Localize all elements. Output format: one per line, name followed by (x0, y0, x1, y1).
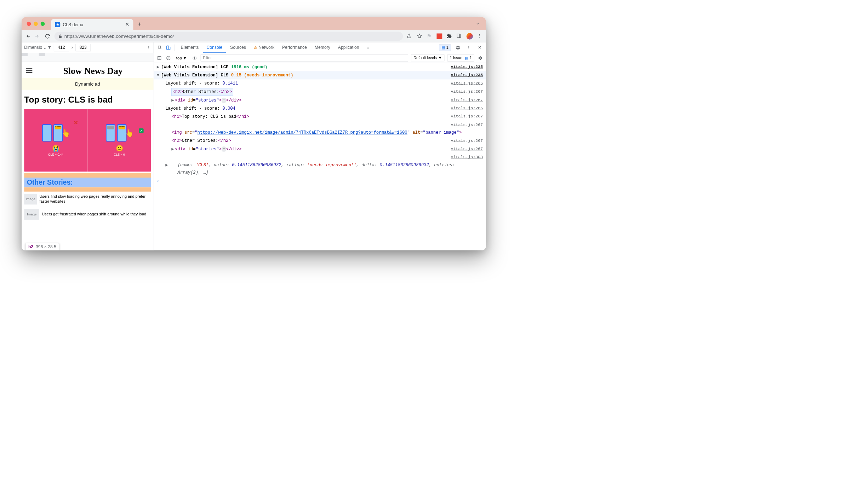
svg-point-6 (479, 34, 480, 35)
console-sidebar-toggle-icon[interactable] (156, 55, 162, 61)
profile-avatar[interactable] (467, 33, 473, 39)
devtools-issues-badge[interactable]: ▤ 1 (439, 44, 451, 51)
device-menu-button[interactable] (147, 45, 151, 50)
new-tab-button[interactable]: ＋ (137, 20, 143, 28)
issue-icon: ▤ (465, 56, 468, 60)
chat-icon: ▤ (441, 45, 445, 50)
log-source-link[interactable]: vitals.js:267 (451, 88, 483, 96)
expand-arrow-icon[interactable]: ▶ (157, 162, 165, 176)
console-log-row[interactable]: <h1>Top story: CLS is bad</h1>vitals.js:… (154, 112, 486, 121)
lock-icon (58, 34, 62, 38)
log-source-link[interactable]: vitals.js:235 (451, 63, 483, 71)
tab-elements[interactable]: Elements (177, 42, 202, 53)
story-item[interactable]: Image Users get frustrated when pages sh… (22, 207, 154, 222)
console-log-row[interactable]: <h2>Other Stories:</h2>vitals.js:267 (154, 137, 486, 145)
story-text: Users get frustrated when pages shift ar… (42, 212, 146, 217)
tabs-overflow[interactable]: » (364, 42, 373, 53)
console-settings-icon[interactable] (477, 55, 483, 61)
back-button[interactable] (25, 33, 31, 39)
svg-point-17 (468, 48, 469, 49)
log-source-link[interactable]: vitals.js:308 (451, 154, 483, 161)
devtools-settings-icon[interactable] (454, 44, 462, 51)
devtools-close-icon[interactable]: ✕ (476, 44, 483, 51)
console-toolbar: top ▼ Default levels ▼ 1 Issue: ▤ 1 (154, 53, 486, 63)
clear-console-icon[interactable] (165, 55, 171, 61)
tab-network[interactable]: Network (250, 42, 278, 53)
console-context-dropdown[interactable]: top ▼ (175, 55, 189, 61)
device-height-input[interactable] (75, 44, 91, 51)
console-log-row[interactable]: ▶<div id="stories">⋯</div>vitals.js:267 (154, 96, 486, 104)
browser-menu-icon[interactable] (477, 33, 483, 39)
console-output: ▶[Web Vitals Extension] LCP 1816 ms (goo… (154, 63, 486, 250)
minimize-window-button[interactable] (34, 22, 38, 26)
issues-summary[interactable]: 1 Issue: ▤ 1 (447, 54, 474, 62)
extension-red-icon[interactable] (436, 33, 442, 39)
window-controls (27, 22, 45, 26)
close-window-button[interactable] (27, 22, 31, 26)
console-prompt[interactable]: › (154, 177, 486, 186)
devtools-panel: Elements Console Sources Network Perform… (154, 42, 486, 250)
tab-application[interactable]: Application (335, 42, 362, 53)
tab-close-button[interactable]: ✕ (125, 22, 129, 28)
story-item[interactable]: Image Users find slow-loading web pages … (22, 192, 154, 207)
device-toggle-icon[interactable] (165, 44, 172, 51)
console-log-row[interactable]: <h2>Other Stories:</h2>vitals.js:267 (154, 88, 486, 96)
banner-image: Banner 👆 ✕ 😭 CLS = 0.44 Banner (24, 109, 151, 172)
console-log-row[interactable]: ▶[Web Vitals Extension] LCP 1816 ms (goo… (154, 63, 486, 71)
url-field[interactable]: https://www.tunetheweb.com/experiments/c… (55, 31, 403, 41)
element-inspect-tooltip: h2 396 × 28.5 (25, 243, 59, 250)
expand-arrow-icon[interactable]: ▶ (157, 63, 161, 71)
log-source-link[interactable]: vitals.js:267 (451, 121, 483, 128)
side-panel-icon[interactable] (457, 33, 462, 39)
flag-icon[interactable] (427, 33, 432, 39)
tabs-dropdown-button[interactable] (475, 21, 480, 26)
browser-tab[interactable]: CLS demo ✕ (51, 19, 133, 30)
console-log-row[interactable]: Layout shift - score: 0.1411vitals.js:26… (154, 79, 486, 87)
console-log-row[interactable]: ▼[Web Vitals Extension] CLS 0.15 (needs-… (154, 71, 486, 79)
log-source-link[interactable]: vitals.js:267 (451, 113, 483, 121)
browser-window: CLS demo ✕ ＋ https://www.tunetheweb.com/… (22, 17, 486, 250)
console-log-row[interactable]: Layout shift - score: 0.004vitals.js:265 (154, 104, 486, 112)
story-thumbnail: Image (24, 194, 37, 205)
devtools-tabs: Elements Console Sources Network Perform… (154, 42, 486, 53)
device-mode-panel: Dimensio… ▼ × Slow News Day Dynami (22, 42, 154, 250)
log-source-link[interactable]: vitals.js:267 (451, 97, 483, 104)
svg-point-15 (468, 46, 469, 47)
console-log-row[interactable]: <img src="https://web-dev.imgix.net/imag… (154, 129, 486, 137)
console-filter-input[interactable] (201, 54, 408, 62)
story-text: Users find slow-loading web pages really… (39, 194, 151, 204)
log-levels-dropdown[interactable]: Default levels ▼ (411, 54, 444, 61)
inspect-element-icon[interactable] (156, 44, 164, 51)
console-log-row[interactable]: vitals.js:267 (154, 121, 486, 129)
device-dimensions-dropdown[interactable]: Dimensio… ▼ (24, 45, 52, 50)
log-source-link[interactable]: vitals.js:267 (451, 137, 483, 145)
console-log-row[interactable]: vitals.js:308 (154, 153, 486, 161)
log-source-link[interactable]: vitals.js:265 (451, 105, 483, 112)
live-expression-icon[interactable] (192, 55, 198, 61)
devtools-menu-icon[interactable] (465, 44, 473, 51)
dimension-separator: × (71, 45, 73, 50)
collapse-arrow-icon[interactable]: ▼ (157, 72, 161, 79)
share-icon[interactable] (407, 33, 412, 39)
svg-rect-4 (457, 34, 461, 37)
device-width-input[interactable] (54, 44, 69, 51)
bookmark-star-icon[interactable] (417, 33, 422, 39)
console-log-row[interactable]: ▶<div id="stories">⋯</div>vitals.js:267 (154, 145, 486, 153)
forward-button[interactable] (35, 33, 41, 39)
log-source-link[interactable]: vitals.js:235 (451, 72, 483, 79)
neutral-emoji-icon: 🙂 (116, 144, 123, 151)
tab-memory[interactable]: Memory (311, 42, 334, 53)
maximize-window-button[interactable] (41, 22, 45, 26)
tab-performance[interactable]: Performance (279, 42, 310, 53)
svg-rect-13 (167, 46, 169, 50)
console-log-row[interactable]: ▶{name: 'CLS', value: 0.1451186286098693… (154, 161, 486, 177)
hamburger-menu-icon[interactable] (26, 68, 32, 73)
log-source-link[interactable]: vitals.js:265 (451, 80, 483, 87)
log-source-link[interactable]: vitals.js:267 (451, 145, 483, 153)
reload-button[interactable] (45, 33, 51, 39)
extensions-puzzle-icon[interactable] (446, 33, 452, 39)
cls-good-label: CLS = 0 (114, 153, 125, 156)
tab-console[interactable]: Console (203, 42, 226, 53)
other-stories-heading: Other Stories: (24, 178, 151, 187)
tab-sources[interactable]: Sources (227, 42, 249, 53)
